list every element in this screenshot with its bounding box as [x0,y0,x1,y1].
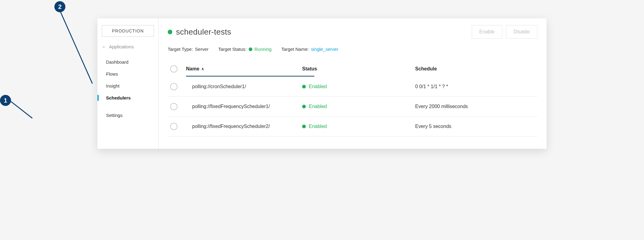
cell-status: Enabled [302,84,415,89]
target-status-value: Running [254,47,272,52]
select-all-radio[interactable] [170,65,177,73]
status-text: Enabled [309,124,327,129]
sidebar-nav: Dashboard Flows Insight Schedulers Setti… [97,56,158,121]
annotation-number: 1 [4,97,7,104]
main-content: scheduler-tests Enable Disable Target Ty… [159,18,547,149]
target-name-link[interactable]: single_server [311,47,338,52]
sidebar-item-settings[interactable]: Settings [97,109,158,121]
cell-status: Enabled [302,124,415,129]
sidebar-item-flows[interactable]: Flows [97,68,158,80]
column-header-schedule[interactable]: Schedule [415,66,537,72]
page-title: scheduler-tests [176,27,231,37]
annotation-number: 2 [58,3,61,10]
target-type-label: Target Type: [168,47,193,52]
disable-button[interactable]: Disable [506,25,537,39]
status-dot-icon [249,47,252,51]
sidebar-item-dashboard[interactable]: Dashboard [97,56,158,68]
status-text: Enabled [309,104,327,109]
annotation-line-1 [10,101,33,119]
cell-schedule: Every 5 seconds [415,124,537,129]
column-header-name[interactable]: Name ∧ [186,66,302,72]
sidebar: PRODUCTION ← Applications Dashboard Flow… [97,18,159,149]
environment-badge[interactable]: PRODUCTION [102,25,154,37]
header-actions: Enable Disable [472,25,537,39]
status-dot-icon [302,125,306,128]
target-status-label: Target Status: [218,47,247,52]
app-window: PRODUCTION ← Applications Dashboard Flow… [97,18,547,149]
cell-name: polling://fixedFrequencyScheduler1/ [186,104,302,109]
table-row[interactable]: polling://fixedFrequencyScheduler1/ Enab… [168,97,537,117]
table-row[interactable]: polling://fixedFrequencyScheduler2/ Enab… [168,117,537,137]
status-dot-icon [302,85,306,88]
target-type-value: Server [195,47,208,52]
target-type: Target Type: Server [168,47,208,52]
table-row[interactable]: polling://cronScheduler1/ Enabled 0 0/1 … [168,77,537,97]
table-header: Name ∧ Status Schedule [168,63,537,77]
cell-schedule: Every 2000 milliseconds [415,104,537,109]
annotation-callout-2: 2 [54,1,65,12]
enable-button[interactable]: Enable [472,25,502,39]
status-dot-icon [302,105,306,108]
title-group: scheduler-tests [168,27,231,37]
annotation-callout-1: 1 [0,95,11,106]
target-name: Target Name: single_server [281,47,338,52]
schedulers-table: Name ∧ Status Schedule polling://cronSch… [168,63,537,137]
row-select-radio[interactable] [170,103,177,110]
status-dot-icon [168,30,172,34]
cell-name: polling://cronScheduler1/ [186,84,302,89]
row-select-radio[interactable] [170,123,177,130]
target-meta: Target Type: Server Target Status: Runni… [168,47,537,52]
cell-status: Enabled [302,104,415,109]
page-header: scheduler-tests Enable Disable [168,25,537,39]
arrow-left-icon: ← [102,44,107,49]
target-status: Target Status: Running [218,47,271,52]
active-sort-underline [186,76,314,77]
cell-name: polling://fixedFrequencyScheduler2/ [186,124,302,129]
status-text: Enabled [309,84,327,89]
annotation-line-2 [60,11,93,84]
sort-ascending-icon: ∧ [201,67,204,71]
back-to-applications[interactable]: ← Applications [97,44,158,56]
sidebar-item-insight[interactable]: Insight [97,80,158,92]
cell-schedule: 0 0/1 * 1/1 * ? * [415,84,537,89]
target-name-label: Target Name: [281,47,309,52]
back-label: Applications [109,44,134,49]
sidebar-item-schedulers[interactable]: Schedulers [97,92,158,104]
column-label: Name [186,66,199,72]
column-header-status[interactable]: Status [302,66,415,72]
row-select-radio[interactable] [170,83,177,90]
